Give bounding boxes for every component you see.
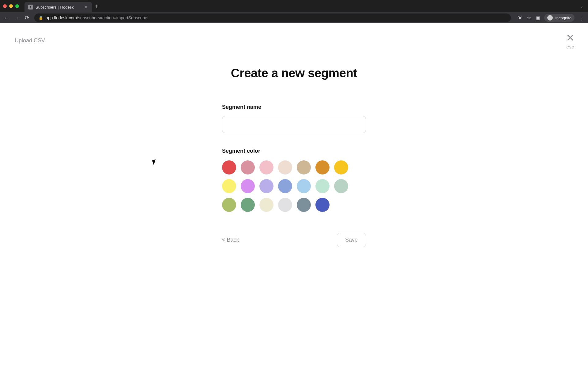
color-swatch-15[interactable]	[241, 198, 255, 212]
nav-forward-icon: →	[13, 15, 20, 21]
context-breadcrumb: Upload CSV	[15, 37, 45, 44]
color-swatch-18[interactable]	[297, 198, 311, 212]
new-tab-button[interactable]: +	[95, 3, 99, 10]
segment-name-input[interactable]	[222, 116, 366, 133]
close-icon[interactable]: ✕	[566, 33, 575, 43]
save-button[interactable]: Save	[337, 233, 366, 247]
back-link[interactable]: < Back	[222, 237, 239, 243]
segment-name-label: Segment name	[222, 104, 366, 110]
page-title: Create a new segment	[222, 66, 366, 80]
color-swatch-14[interactable]	[222, 198, 236, 212]
color-swatch-grid	[222, 160, 366, 212]
form-footer: < Back Save	[222, 233, 366, 247]
color-swatch-7[interactable]	[222, 179, 236, 193]
tabs-overflow-icon[interactable]: ⌄	[580, 4, 584, 9]
color-swatch-11[interactable]	[297, 179, 311, 193]
window-controls	[3, 4, 19, 8]
color-swatch-6[interactable]	[334, 160, 348, 174]
browser-tab[interactable]: Subscribers | Flodesk ✕	[24, 2, 92, 12]
close-label: esc	[566, 44, 575, 49]
modal-surface: Upload CSV ✕ esc Create a new segment Se…	[0, 23, 588, 368]
nav-back-icon[interactable]: ←	[3, 15, 9, 21]
url-host: app.flodesk.com	[46, 15, 77, 20]
color-swatch-10[interactable]	[278, 179, 292, 193]
toolbar-right-icons: 👁 ☆ ▣ Incognito ⋮	[518, 14, 585, 22]
form-column: Create a new segment Segment name Segmen…	[222, 23, 366, 247]
incognito-icon	[547, 15, 553, 21]
lock-icon: 🔒	[39, 16, 43, 20]
tab-title: Subscribers | Flodesk	[36, 5, 82, 10]
color-swatch-8[interactable]	[241, 179, 255, 193]
color-swatch-3[interactable]	[278, 160, 292, 174]
tab-close-icon[interactable]: ✕	[85, 5, 88, 9]
color-swatch-16[interactable]	[259, 198, 273, 212]
color-swatch-0[interactable]	[222, 160, 236, 174]
browser-toolbar: ← → ⟳ 🔒 app.flodesk.com/subscribers#acti…	[0, 12, 588, 23]
url-path: /subscribers#action=importSubscriber	[77, 15, 149, 20]
color-swatch-2[interactable]	[259, 160, 273, 174]
eye-off-icon[interactable]: 👁	[518, 15, 522, 21]
incognito-badge: Incognito	[544, 14, 575, 22]
color-swatch-17[interactable]	[278, 198, 292, 212]
nav-reload-icon[interactable]: ⟳	[24, 14, 30, 21]
color-swatch-12[interactable]	[315, 179, 330, 193]
mouse-cursor-icon	[153, 160, 157, 166]
color-swatch-1[interactable]	[241, 160, 255, 174]
address-bar[interactable]: 🔒 app.flodesk.com/subscribers#action=imp…	[34, 13, 511, 22]
color-swatch-5[interactable]	[315, 160, 330, 174]
color-swatch-4[interactable]	[297, 160, 311, 174]
color-swatch-9[interactable]	[259, 179, 273, 193]
favicon-icon	[28, 5, 33, 10]
extensions-icon[interactable]: ▣	[535, 15, 540, 21]
window-zoom-icon[interactable]	[15, 4, 19, 8]
segment-color-label: Segment color	[222, 148, 366, 154]
kebab-menu-icon[interactable]: ⋮	[579, 17, 585, 19]
modal-close[interactable]: ✕ esc	[566, 33, 575, 49]
color-swatch-13[interactable]	[334, 179, 348, 193]
url-text: app.flodesk.com/subscribers#action=impor…	[46, 15, 149, 20]
browser-tab-strip: Subscribers | Flodesk ✕ + ⌄	[0, 0, 588, 12]
window-close-icon[interactable]	[3, 4, 7, 8]
bookmark-star-icon[interactable]: ☆	[527, 15, 531, 21]
incognito-label: Incognito	[555, 16, 571, 20]
window-minimize-icon[interactable]	[9, 4, 13, 8]
color-swatch-19[interactable]	[315, 198, 330, 212]
